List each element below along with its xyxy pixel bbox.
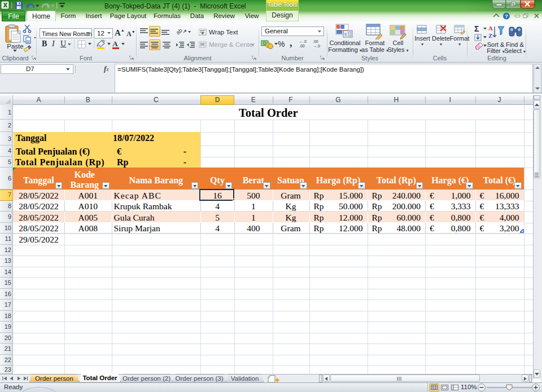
svg-text:≤: ≤ (344, 32, 347, 37)
svg-text:A: A (112, 39, 118, 48)
svg-text:?: ? (505, 14, 508, 19)
svg-text:A: A (488, 25, 493, 32)
svg-text:.00: .00 (313, 39, 318, 43)
svg-text:Z: Z (488, 32, 492, 39)
svg-text:←.0: ←.0 (299, 39, 307, 43)
svg-text:.00: .00 (299, 44, 305, 48)
svg-text:ab: ab (176, 27, 183, 36)
svg-text:→.0: →.0 (313, 44, 320, 48)
